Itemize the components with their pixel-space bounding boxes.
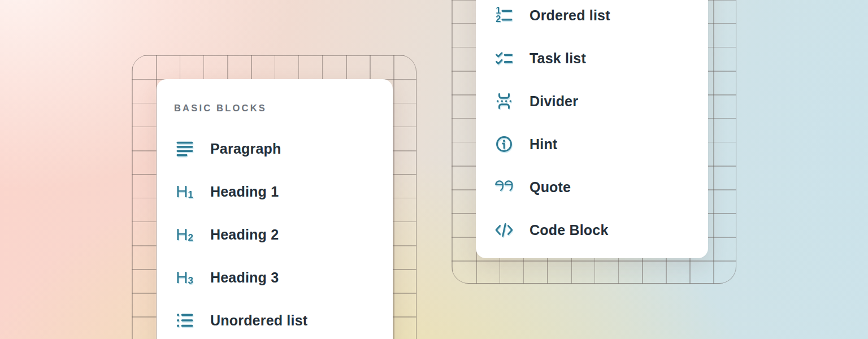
- menu-item-task-list[interactable]: Task list: [476, 37, 708, 80]
- blocks-list: 1 2 Ordered list Task list: [476, 0, 708, 251]
- menu-item-label: Hint: [530, 136, 557, 153]
- ordered-list-icon: 1 2: [493, 6, 514, 25]
- menu-item-heading-2[interactable]: H 2 Heading 2: [157, 213, 393, 256]
- menu-item-heading-1[interactable]: H 1 Heading 1: [157, 170, 393, 213]
- blocks-menu-continued: 1 2 Ordered list Task list: [476, 0, 708, 258]
- menu-item-label: Paragraph: [210, 141, 281, 157]
- heading-1-icon: H 1: [174, 183, 195, 200]
- menu-item-ordered-list[interactable]: 1 2 Ordered list: [476, 0, 708, 37]
- quote-icon: [493, 179, 514, 195]
- code-block-icon: [493, 220, 514, 240]
- menu-item-label: Task list: [530, 50, 586, 67]
- basic-blocks-menu: BASIC BLOCKS Paragraph H 1 Heading 1: [157, 79, 393, 339]
- menu-item-label: Divider: [530, 93, 578, 110]
- menu-item-label: Code Block: [530, 222, 609, 238]
- menu-item-label: Heading 3: [210, 270, 279, 286]
- menu-item-label: Ordered list: [530, 7, 610, 24]
- menu-item-label: Heading 1: [210, 184, 279, 200]
- menu-item-paragraph[interactable]: Paragraph: [157, 127, 393, 170]
- hint-icon: [493, 134, 514, 154]
- menu-item-code-block[interactable]: Code Block: [476, 208, 708, 251]
- unordered-list-icon: [174, 311, 195, 330]
- paragraph-icon: [174, 139, 195, 158]
- menu-item-divider[interactable]: Divider: [476, 80, 708, 123]
- menu-item-label: Unordered list: [210, 312, 307, 329]
- task-list-icon: [493, 49, 514, 68]
- section-label: BASIC BLOCKS: [174, 103, 267, 114]
- menu-item-heading-3[interactable]: H 3 Heading 3: [157, 256, 393, 299]
- hero-background: BASIC BLOCKS Paragraph H 1 Heading 1: [0, 0, 868, 339]
- menu-item-label: Quote: [530, 179, 571, 195]
- menu-item-hint[interactable]: Hint: [476, 123, 708, 166]
- svg-text:2: 2: [496, 14, 501, 24]
- menu-item-quote[interactable]: Quote: [476, 166, 708, 208]
- menu-item-unordered-list[interactable]: Unordered list: [157, 299, 393, 339]
- basic-blocks-list: Paragraph H 1 Heading 1 H 2: [157, 127, 393, 339]
- heading-3-icon: H 3: [174, 269, 195, 286]
- menu-item-label: Heading 2: [210, 227, 279, 243]
- divider-icon: [493, 92, 514, 111]
- heading-2-icon: H 2: [174, 226, 195, 243]
